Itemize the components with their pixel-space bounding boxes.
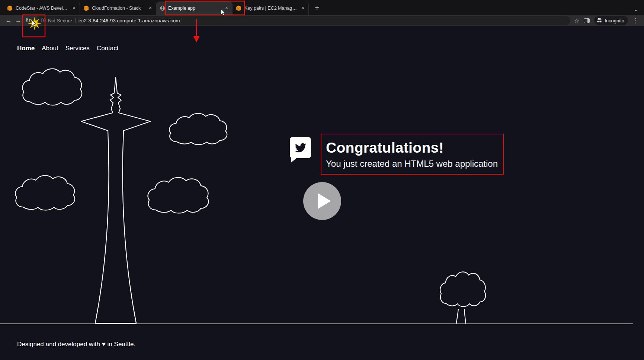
security-label: Not Secure: [48, 18, 72, 23]
play-video-button[interactable]: [303, 182, 341, 220]
cloud-icon: [22, 69, 82, 105]
close-icon[interactable]: ×: [147, 5, 153, 11]
tab-title: Example app: [168, 6, 221, 11]
tab-title: Key pairs | EC2 Management C: [244, 6, 297, 11]
incognito-icon: [596, 17, 602, 23]
globe-icon: [160, 6, 165, 11]
tree-trunk: [456, 309, 466, 324]
back-button[interactable]: ←: [4, 16, 13, 25]
cloud-icon: [148, 178, 209, 213]
incognito-badge: Incognito: [594, 16, 628, 25]
hero-title: Congratulations!: [326, 140, 499, 156]
forward-button[interactable]: →: [13, 16, 23, 25]
hero-subtitle: You just created an HTML5 web applicatio…: [326, 159, 499, 169]
web-page: Home About Services Contact Congratulati…: [0, 26, 644, 360]
tab-codestar[interactable]: CodeStar - AWS Developer To ×: [4, 1, 80, 15]
side-panel-icon[interactable]: [584, 18, 590, 23]
congratulations-banner: Congratulations! You just created an HTM…: [321, 134, 504, 175]
info-icon: ⓘ: [41, 17, 46, 24]
tab-cloudformation[interactable]: CloudFormation - Stack ×: [80, 1, 156, 15]
close-icon[interactable]: ×: [300, 5, 306, 11]
close-icon[interactable]: ×: [71, 5, 77, 11]
new-tab-button[interactable]: +: [312, 3, 322, 13]
twitter-bird-icon: [295, 142, 306, 153]
play-icon: [318, 193, 331, 209]
aws-cube-icon: [7, 6, 13, 11]
omnibox-divider: [75, 18, 76, 23]
site-footer-text: Designed and developed with ♥ in Seattle…: [17, 341, 135, 348]
twitter-share-button[interactable]: [290, 137, 311, 158]
tab-example-app[interactable]: Example app ×: [156, 1, 233, 15]
nav-home[interactable]: Home: [17, 45, 35, 52]
toolbar-right-icons: ☆ Incognito ⋮: [574, 16, 640, 25]
tree-foliage: [440, 272, 486, 306]
nav-about[interactable]: About: [42, 45, 58, 52]
incognito-label: Incognito: [605, 18, 624, 23]
tab-search-chevron-icon[interactable]: ⌄: [633, 7, 638, 11]
tab-key-pairs[interactable]: Key pairs | EC2 Management C ×: [233, 1, 309, 15]
address-bar[interactable]: ⓘ Not Secure ec2-3-84-246-93.compute-1.a…: [36, 16, 570, 25]
cloud-icon: [15, 175, 75, 210]
aws-cube-icon: [84, 6, 89, 11]
close-icon[interactable]: ×: [224, 5, 230, 11]
bookmark-star-icon[interactable]: ☆: [574, 17, 579, 24]
nav-services[interactable]: Services: [65, 45, 90, 52]
tab-title: CodeStar - AWS Developer To: [16, 6, 68, 11]
cloud-icon: [169, 114, 227, 145]
browser-menu-icon[interactable]: ⋮: [632, 17, 639, 25]
aws-cube-icon: [236, 6, 241, 11]
tab-title: CloudFormation - Stack: [92, 6, 144, 11]
security-status: ⓘ Not Secure: [41, 17, 72, 24]
reload-button[interactable]: ↻: [23, 16, 33, 25]
nav-contact[interactable]: Contact: [97, 45, 119, 52]
url-text: ec2-3-84-246-93.compute-1.amazonaws.com: [79, 18, 180, 23]
tab-strip: CodeStar - AWS Developer To × CloudForma…: [0, 0, 644, 15]
space-needle-outline: [81, 77, 150, 323]
site-nav: Home About Services Contact: [17, 45, 118, 52]
browser-window: CodeStar - AWS Developer To × CloudForma…: [0, 0, 644, 360]
browser-toolbar: ← → ↻ ⓘ Not Secure ec2-3-84-246-93.compu…: [0, 15, 644, 26]
